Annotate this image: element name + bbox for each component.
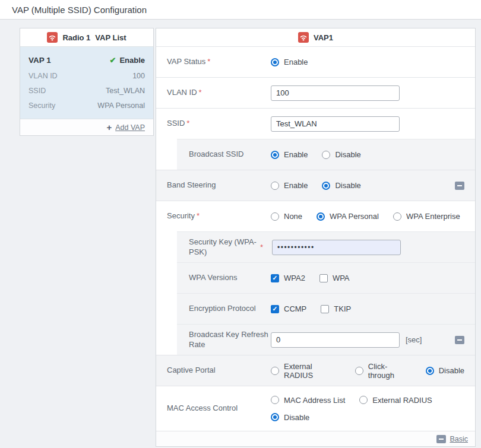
vap-item-vlan-value: 100 bbox=[132, 72, 145, 80]
radio-button-icon[interactable] bbox=[355, 367, 363, 375]
page-header: VAP (Multiple SSID) Configuration bbox=[0, 0, 481, 20]
radio-button-icon[interactable] bbox=[317, 212, 325, 221]
radio-button-icon[interactable] bbox=[359, 396, 368, 404]
radio-button-icon[interactable] bbox=[322, 151, 330, 159]
row-wpa-versions: WPA Versions WPA2 WPA bbox=[156, 262, 475, 293]
check-icon: ✔ bbox=[109, 56, 116, 65]
vap-item-name: VAP 1 bbox=[29, 56, 51, 65]
vap-item-security-value: WPA Personal bbox=[97, 101, 145, 110]
vap-item-ssid-value: Test_WLAN bbox=[106, 87, 145, 95]
required-mark: * bbox=[186, 119, 189, 128]
row-encryption-protocol: Encryption Protocol CCMP TKIP bbox=[156, 293, 475, 324]
add-vap-button[interactable]: Add VAP bbox=[115, 123, 145, 132]
broadcast-ssid-option-disable[interactable]: Disable bbox=[322, 150, 360, 159]
row-ssid: SSID* bbox=[156, 108, 475, 139]
vlan-id-label: VLAN ID* bbox=[167, 88, 271, 98]
collapse-minus-icon[interactable] bbox=[455, 182, 464, 190]
mac-acl-option-disable[interactable]: Disable bbox=[271, 413, 309, 422]
radio-name-label: Radio 1 bbox=[62, 33, 90, 42]
row-captive-portal: Captive Portal External RADIUS Click-thr… bbox=[156, 355, 475, 386]
vlan-id-input[interactable] bbox=[271, 85, 400, 101]
security-option-wpa-enterprise[interactable]: WPA Enterprise bbox=[393, 212, 460, 221]
wpa-versions-option-wpa[interactable]: WPA bbox=[319, 274, 350, 282]
broadcast-key-refresh-label: Broadcast Key Refresh Rate bbox=[189, 330, 271, 350]
security-option-wpa-personal[interactable]: WPA Personal bbox=[317, 212, 379, 221]
captive-portal-option-click-through[interactable]: Click-through bbox=[355, 362, 412, 380]
vap-list-panel: Radio 1 VAP List VAP 1 ✔ Enable VLAN ID … bbox=[20, 28, 154, 136]
security-option-none[interactable]: None bbox=[271, 212, 302, 221]
minus-icon[interactable] bbox=[436, 435, 446, 443]
row-security-key: Security Key (WPA-PSK) * bbox=[156, 231, 475, 262]
band-steering-option-enable[interactable]: Enable bbox=[271, 181, 308, 190]
radio-button-icon[interactable] bbox=[322, 182, 330, 190]
required-mark: * bbox=[207, 57, 210, 66]
captive-portal-option-disable[interactable]: Disable bbox=[426, 366, 464, 375]
vap-item-security-label: Security bbox=[29, 101, 55, 110]
security-label: Security* bbox=[167, 211, 271, 221]
radio-button-icon[interactable] bbox=[271, 151, 279, 159]
broadcast-ssid-label: Broadcast SSID bbox=[189, 150, 271, 160]
row-vlan-id: VLAN ID* bbox=[156, 77, 475, 108]
mac-access-control-label: MAC Access Control bbox=[167, 403, 271, 414]
required-mark: * bbox=[260, 243, 272, 252]
broadcast-ssid-option-enable[interactable]: Enable bbox=[271, 150, 308, 159]
vap-list-header: Radio 1 VAP List bbox=[20, 28, 153, 46]
row-vap-status: VAP Status* Enable bbox=[156, 46, 475, 77]
vap-config-title: VAP1 bbox=[314, 33, 333, 42]
captive-portal-option-external-radius[interactable]: External RADIUS bbox=[271, 362, 341, 380]
band-steering-option-disable[interactable]: Disable bbox=[322, 181, 360, 190]
checkbox-checked-icon[interactable] bbox=[271, 274, 279, 282]
checkbox-icon[interactable] bbox=[321, 305, 329, 313]
vap-status-option-enable[interactable]: Enable bbox=[271, 58, 308, 66]
ssid-input[interactable] bbox=[271, 116, 400, 132]
checkbox-icon[interactable] bbox=[319, 274, 328, 282]
radio-button-icon[interactable] bbox=[271, 396, 279, 404]
captive-portal-label: Captive Portal bbox=[167, 366, 271, 376]
radio-button-icon[interactable] bbox=[271, 58, 279, 66]
radio-button-icon[interactable] bbox=[271, 413, 279, 421]
mac-acl-option-mac-address-list[interactable]: MAC Address List bbox=[271, 396, 345, 405]
row-security: Security* None WPA Personal WPA Enterpri… bbox=[156, 201, 475, 231]
band-steering-label: Band Steering bbox=[167, 180, 271, 190]
required-mark: * bbox=[197, 211, 200, 220]
vap-config-panel: VAP1 VAP Status* Enable VLAN ID* SSID* B… bbox=[156, 28, 476, 447]
row-band-steering: Band Steering Enable Disable bbox=[156, 170, 475, 201]
vap-item-security-row: Security WPA Personal bbox=[29, 98, 145, 113]
basic-view-link[interactable]: Basic bbox=[450, 435, 468, 443]
wifi-icon bbox=[298, 32, 309, 43]
security-key-label: Security Key (WPA-PSK) bbox=[189, 237, 260, 258]
vap-list-item-selected[interactable]: VAP 1 ✔ Enable VLAN ID 100 SSID Test_WLA… bbox=[20, 46, 153, 119]
panel-footer: Basic bbox=[156, 431, 475, 446]
radio-button-icon[interactable] bbox=[393, 212, 401, 221]
ssid-label: SSID* bbox=[167, 119, 271, 129]
radio-button-icon[interactable] bbox=[271, 182, 279, 190]
wifi-icon bbox=[47, 32, 58, 43]
vap-item-vlan-label: VLAN ID bbox=[29, 72, 58, 80]
security-key-input[interactable] bbox=[272, 240, 401, 255]
wpa-versions-option-wpa2[interactable]: WPA2 bbox=[271, 274, 305, 282]
add-vap-row: + Add VAP bbox=[20, 119, 153, 135]
vap-config-header: VAP1 bbox=[156, 28, 475, 46]
row-broadcast-key-refresh: Broadcast Key Refresh Rate [sec] bbox=[156, 324, 475, 355]
encryption-option-ccmp[interactable]: CCMP bbox=[271, 304, 306, 313]
wpa-versions-label: WPA Versions bbox=[189, 273, 271, 283]
checkbox-checked-icon[interactable] bbox=[271, 305, 279, 313]
mac-acl-option-external-radius[interactable]: External RADIUS bbox=[359, 396, 432, 405]
vap-list-title: VAP List bbox=[95, 33, 126, 42]
collapse-minus-icon[interactable] bbox=[455, 336, 464, 344]
page-title: VAP (Multiple SSID) Configuration bbox=[12, 5, 147, 15]
plus-icon: + bbox=[106, 123, 112, 132]
radio-button-icon[interactable] bbox=[271, 367, 279, 375]
radio-button-icon[interactable] bbox=[426, 367, 434, 375]
vap-item-vlan-row: VLAN ID 100 bbox=[29, 68, 145, 83]
encryption-option-tkip[interactable]: TKIP bbox=[321, 304, 351, 313]
vap-item-ssid-label: SSID bbox=[29, 87, 46, 95]
broadcast-key-refresh-input[interactable] bbox=[271, 332, 400, 348]
vap-item-status: ✔ Enable bbox=[109, 56, 145, 65]
required-mark: * bbox=[199, 88, 202, 97]
vap-status-label: VAP Status* bbox=[167, 57, 271, 67]
row-mac-access-control: MAC Access Control MAC Address List Exte… bbox=[156, 386, 475, 431]
radio-button-icon[interactable] bbox=[271, 212, 279, 221]
encryption-protocol-label: Encryption Protocol bbox=[189, 304, 271, 314]
vap-item-status-text: Enable bbox=[119, 56, 145, 65]
